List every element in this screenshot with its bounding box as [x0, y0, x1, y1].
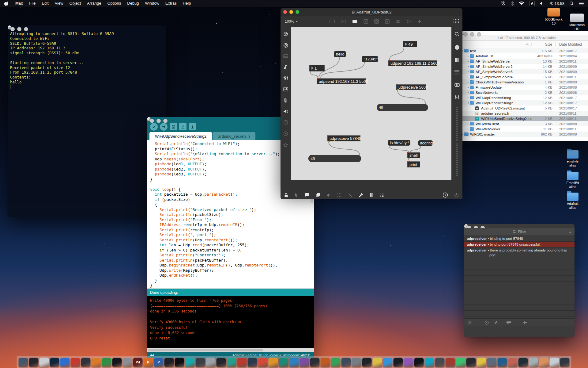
object-shell[interactable]: shell [407, 152, 420, 158]
disclosure-triangle[interactable]: ▸ [467, 81, 470, 83]
patch-cord-message-12345-to-object-udpsend-1[interactable] [321, 62, 364, 78]
console-message[interactable]: udpreceiver • there is probably somethin… [464, 247, 575, 258]
zoom-button[interactable] [163, 119, 168, 123]
save-sketch-button[interactable] [189, 123, 196, 130]
menu-item-help[interactable]: Help [180, 0, 194, 7]
open-sketch-button[interactable] [179, 123, 187, 130]
disclosure-triangle[interactable]: ▸ [467, 75, 470, 78]
dock-icon-34[interactable] [362, 358, 372, 367]
disclosure-triangle[interactable]: ▸ [467, 65, 470, 68]
dock-icon-01[interactable] [19, 358, 28, 367]
disclosure-triangle[interactable]: ▸ [467, 128, 470, 130]
media-browser-icon[interactable] [283, 87, 288, 91]
dock-icon-38[interactable] [404, 358, 413, 367]
dock-icon-10[interactable] [112, 358, 122, 367]
number-box-icon[interactable] [396, 19, 400, 24]
message-ifconfig[interactable]: ifconfig [418, 140, 433, 146]
go-to-object-icon[interactable] [523, 321, 528, 324]
file-row-WiFi101-master[interactable]: ▸WiFi101-master862 KB2021/08/08 [461, 132, 588, 137]
column-date-modified[interactable]: Date Modified [556, 42, 582, 47]
dock-icon-44[interactable] [466, 358, 476, 367]
disclosure-triangle[interactable]: ▸ [467, 122, 470, 125]
dock-icon-42[interactable] [446, 358, 455, 367]
dock-icon-27[interactable] [289, 358, 299, 367]
zoom-level-dropdown[interactable]: 100% [281, 19, 301, 24]
dial-icon[interactable] [406, 19, 411, 24]
dock-icon-08[interactable] [92, 358, 101, 367]
bring-forward-icon[interactable] [316, 193, 320, 197]
object-explorer-icon[interactable] [283, 32, 288, 36]
message-box-icon[interactable] [352, 19, 357, 24]
menu-item-options[interactable]: Options [104, 0, 124, 7]
clock-icon[interactable] [283, 120, 288, 125]
dock-icon-05[interactable] [60, 358, 70, 367]
add-filter-button[interactable]: + [569, 229, 571, 235]
zoom-button[interactable] [24, 27, 28, 31]
object-udpreceive-57848[interactable]: udpreceive 57848 [327, 135, 360, 141]
file-row-WiFiWebClient[interactable]: ▸WiFiWebClient3 KB2021/08/08 [461, 121, 588, 126]
wrap-lines-icon[interactable] [507, 321, 511, 324]
dock-icon-09[interactable] [102, 358, 111, 367]
patch-cord-style-icon[interactable] [348, 193, 352, 197]
dock-icon-45[interactable] [477, 358, 486, 367]
menu-item-view[interactable]: View [52, 0, 66, 7]
max-title-bar[interactable]: Adafruit_UDPtest02 [281, 8, 462, 16]
dock-icon-48[interactable] [508, 358, 518, 367]
file-row-CheckWifi101FirmwareVersion[interactable]: ▸CheckWifi101FirmwareVersion1 KB2021/08/… [461, 79, 588, 85]
patch-cord-object-udpreceive-57848-to-pill-49-b[interactable] [329, 141, 360, 155]
audio-status-icon[interactable] [283, 43, 288, 48]
console-message[interactable]: udpreceiver • binding to port 57848 [464, 236, 575, 242]
disclosure-triangle[interactable]: ▸ [467, 86, 470, 89]
file-row-arduino_secrets.h[interactable]: harduino_secrets.h2021/08/11 [461, 111, 588, 116]
dock-icon-49[interactable] [518, 358, 528, 367]
snippets-icon[interactable] [283, 76, 288, 81]
console-message-error[interactable]: udpreceiver • bind to port 57848 unsucce… [464, 242, 575, 247]
dock-icon-20[interactable] [217, 358, 226, 367]
dock-icon-12[interactable]: Pd [133, 358, 143, 367]
close-button[interactable] [10, 27, 15, 31]
wrench-icon[interactable] [359, 193, 363, 197]
menu-item-debug[interactable]: Debug [124, 0, 142, 7]
patch-cord-message-ls-dev-tty-to-object-shell[interactable] [389, 146, 409, 152]
dock-icon-18[interactable] [196, 358, 205, 367]
grid-snap-icon[interactable] [337, 193, 341, 197]
file-row-WiFiWebServer[interactable]: ▸WiFiWebServer11 KB2021/08/11 [461, 126, 588, 132]
filter-input[interactable]: Filter [513, 230, 526, 234]
file-row-WiFiUdpReceiveString[interactable]: ▸WiFiUdpReceiveString12 KB2021/08/17 [461, 95, 588, 100]
disclosure-triangle[interactable]: ▸ [467, 60, 470, 63]
dock-icon-41[interactable] [435, 358, 445, 367]
zoom-button[interactable] [296, 10, 299, 14]
patch-cord-object-shell-to-object-print[interactable] [409, 158, 409, 161]
dock-icon-31[interactable] [331, 358, 341, 367]
disclosure-triangle[interactable]: ▸ [467, 91, 470, 94]
menu-item-object[interactable]: Object [66, 0, 84, 7]
number-1[interactable]: 1 [309, 65, 325, 71]
desktop-icon-adafruit-alias[interactable]: Adafruitalias [561, 193, 584, 210]
timestamps-icon[interactable] [484, 320, 489, 325]
disclosure-triangle[interactable]: ▸ [467, 70, 470, 73]
file-row-AP_SimpleWebServer[interactable]: ▸AP_SimpleWebServer13 KB2021/08/11 [461, 59, 588, 64]
run-button[interactable] [443, 192, 448, 198]
audio-files-icon[interactable] [284, 64, 288, 69]
playbar-icon[interactable] [385, 19, 390, 24]
file-row-AP_SimpleWebServer4[interactable]: ▸AP_SimpleWebServer416 KB2021/08/11 [461, 74, 588, 79]
patch-cord-object-udpreceive-5600-to-pill-49-a[interactable] [398, 90, 426, 104]
terminal-output[interactable]: Attempting to connect to SSID: Buffalo-G… [8, 29, 166, 92]
faders-icon[interactable] [369, 193, 374, 197]
dock-icon-02[interactable] [29, 358, 39, 367]
patch-cord-number-1-to-object-udpsend-1[interactable] [310, 71, 318, 78]
column-size[interactable]: Size [532, 42, 556, 47]
menu-item-extras[interactable]: Extras [162, 0, 180, 7]
dock-icon-37[interactable] [394, 358, 403, 367]
close-button[interactable] [150, 119, 154, 123]
dock-icon-30[interactable] [321, 358, 330, 367]
wifi-icon[interactable] [519, 1, 524, 6]
console-messages[interactable]: udpreceiver • binding to port 57848udpre… [464, 236, 575, 318]
terminal-window-controls[interactable] [8, 25, 28, 33]
file-row-WiFiUdpSendReceiveString2.ino[interactable]: ∞WiFiUdpSendReceiveString2.ino2 KB2021/0… [461, 116, 588, 121]
tab-arduino-secrets-h[interactable]: arduino_secrets.h [213, 132, 255, 140]
star-icon[interactable] [283, 143, 288, 148]
object-udpsend-1[interactable]: udpsend 192.168.11.3 5500 [317, 78, 366, 84]
desktop-icon-emstyle-alias[interactable]: emstylealias [561, 150, 584, 167]
zoom-button[interactable] [477, 32, 481, 36]
